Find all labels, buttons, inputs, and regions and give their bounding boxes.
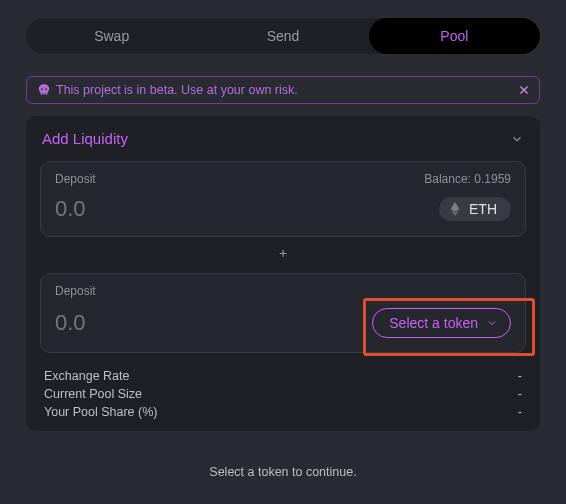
pool-share-label: Your Pool Share (%) (44, 405, 158, 419)
deposit1-balance: Balance: 0.1959 (424, 172, 511, 186)
deposit1-label: Deposit (55, 172, 96, 186)
select-token-label: Select a token (389, 315, 478, 331)
token-symbol: ETH (469, 201, 497, 217)
beta-notice-text: This project is in beta. Use at your own… (56, 83, 298, 97)
chevron-down-icon (486, 317, 498, 329)
tab-send[interactable]: Send (197, 18, 368, 54)
pool-share-value: - (518, 405, 522, 419)
deposit2-label: Deposit (55, 284, 96, 298)
panel-title: Add Liquidity (42, 130, 128, 147)
tab-bar: Swap Send Pool (26, 18, 540, 54)
add-liquidity-panel: Add Liquidity Deposit Balance: 0.1959 ET… (26, 116, 540, 431)
pool-size-label: Current Pool Size (44, 387, 142, 401)
tab-swap[interactable]: Swap (26, 18, 197, 54)
meta-row-pool-share: Your Pool Share (%) - (44, 403, 522, 421)
panel-header: Add Liquidity (40, 130, 526, 149)
exchange-rate-label: Exchange Rate (44, 369, 129, 383)
close-icon (519, 82, 529, 98)
chevron-down-icon[interactable] (510, 132, 524, 146)
pool-meta: Exchange Rate - Current Pool Size - Your… (40, 367, 526, 421)
meta-row-exchange-rate: Exchange Rate - (44, 367, 522, 385)
tab-pool[interactable]: Pool (369, 18, 540, 54)
tab-send-label: Send (267, 28, 300, 44)
pool-size-value: - (518, 387, 522, 401)
deposit1-amount-input[interactable] (55, 196, 205, 222)
continue-message: Select a token to continue. (26, 465, 540, 479)
skull-icon (37, 83, 51, 97)
plus-icon: + (40, 237, 526, 261)
exchange-rate-value: - (518, 369, 522, 383)
deposit2-amount-input[interactable] (55, 310, 205, 336)
select-token-button[interactable]: Select a token (372, 308, 511, 338)
meta-row-pool-size: Current Pool Size - (44, 385, 522, 403)
eth-icon (447, 201, 463, 217)
tab-swap-label: Swap (94, 28, 129, 44)
deposit-card-2: Deposit Select a token (40, 273, 526, 353)
close-notice-button[interactable] (519, 83, 529, 97)
token-selector-eth[interactable]: ETH (439, 197, 511, 221)
deposit-card-1: Deposit Balance: 0.1959 ETH (40, 161, 526, 237)
beta-notice: This project is in beta. Use at your own… (26, 76, 540, 104)
tab-pool-label: Pool (440, 28, 468, 44)
